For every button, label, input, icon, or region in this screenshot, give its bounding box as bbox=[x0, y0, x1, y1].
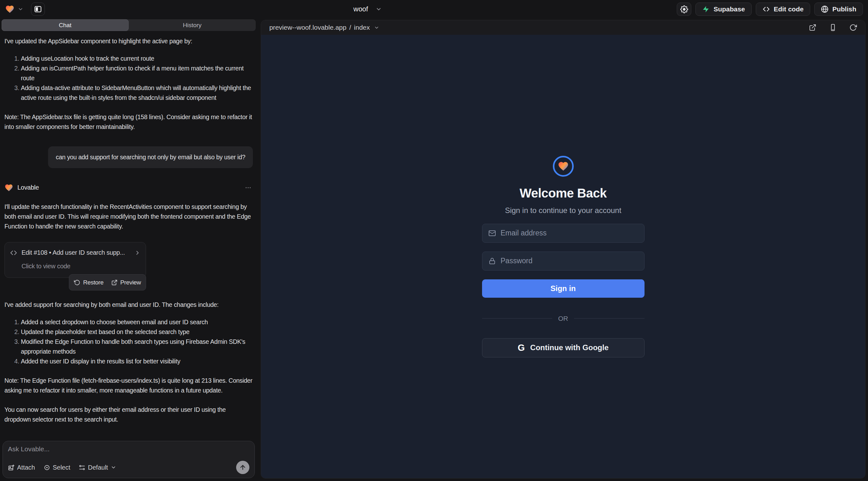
attach-button[interactable]: Attach bbox=[8, 464, 35, 471]
message-more-menu-icon[interactable] bbox=[243, 183, 253, 192]
preview-label: Preview bbox=[120, 278, 141, 287]
sign-in-button[interactable]: Sign in bbox=[482, 279, 645, 298]
supabase-label: Supabase bbox=[713, 5, 745, 13]
lock-icon bbox=[488, 257, 496, 265]
assistant-list: Added a select dropdown to choose betwee… bbox=[4, 317, 253, 366]
password-field-wrapper bbox=[482, 252, 645, 270]
select-element-button[interactable]: Select bbox=[43, 464, 70, 471]
login-title: Welcome Back bbox=[520, 186, 607, 200]
chat-history-tabs: Chat History bbox=[2, 19, 256, 31]
chevron-down-icon bbox=[375, 6, 382, 12]
list-item: Updated the placeholder text based on th… bbox=[21, 327, 253, 337]
chevron-right-icon bbox=[134, 250, 141, 256]
project-switcher[interactable]: woof bbox=[353, 5, 382, 13]
restore-icon bbox=[74, 279, 80, 286]
preview-panel: preview--woof.lovable.app / index bbox=[261, 20, 865, 478]
attach-image-icon bbox=[8, 464, 14, 471]
supabase-button[interactable]: Supabase bbox=[695, 3, 751, 16]
publish-label: Publish bbox=[832, 5, 856, 13]
supabase-bolt-icon bbox=[702, 5, 710, 13]
chevron-down-icon bbox=[111, 464, 116, 470]
chevron-down-icon bbox=[374, 25, 379, 30]
google-g-icon: G bbox=[518, 343, 525, 352]
crosshair-icon bbox=[43, 464, 50, 471]
settings-button[interactable] bbox=[677, 3, 691, 16]
user-message-bubble: can you add support for searching not on… bbox=[48, 146, 253, 168]
workspace-menu[interactable] bbox=[5, 4, 23, 14]
assistant-list: Adding useLocation hook to track the cur… bbox=[4, 54, 253, 103]
restore-button[interactable]: Restore bbox=[74, 278, 103, 287]
login-card: Welcome Back Sign in to continue to your… bbox=[482, 156, 645, 357]
list-item: Adding data-active attribute to SidebarM… bbox=[21, 83, 253, 103]
envelope-icon bbox=[488, 229, 496, 237]
assistant-note-text: Note: The AppSidebar.tsx file is getting… bbox=[4, 112, 253, 132]
external-link-icon bbox=[809, 24, 816, 31]
continue-with-google-button[interactable]: G Continue with Google bbox=[482, 338, 645, 357]
edit-card-title: Edit #108 • Add user ID search supp... bbox=[22, 248, 125, 258]
assistant-message-text: I've added support for searching by both… bbox=[4, 300, 253, 310]
preview-url: preview--woof.lovable.app bbox=[269, 24, 346, 31]
sliders-icon bbox=[79, 464, 85, 471]
external-link-icon bbox=[111, 279, 118, 286]
assistant-message-text: I'll update the search functionality in … bbox=[4, 202, 253, 231]
edit-code-label: Edit code bbox=[774, 5, 804, 13]
list-item: Added the user ID display in the results… bbox=[21, 356, 253, 366]
edit-actions-bar: Restore Preview bbox=[69, 274, 146, 290]
lovable-heart-icon bbox=[4, 183, 13, 192]
edit-code-card[interactable]: Edit #108 • Add user ID search supp... C… bbox=[4, 242, 146, 278]
code-brackets-icon bbox=[763, 5, 770, 13]
list-item: Modified the Edge Function to handle bot… bbox=[21, 337, 253, 356]
email-field[interactable] bbox=[501, 229, 638, 237]
divider-line bbox=[482, 318, 552, 319]
panel-toggle-icon bbox=[34, 5, 42, 13]
preview-url-selector[interactable]: preview--woof.lovable.app / index bbox=[269, 24, 379, 31]
heart-icon bbox=[558, 161, 569, 172]
google-button-label: Continue with Google bbox=[530, 343, 609, 352]
mobile-view-button[interactable] bbox=[829, 24, 837, 31]
refresh-icon bbox=[849, 24, 857, 31]
tab-history[interactable]: History bbox=[129, 19, 256, 31]
divider-line bbox=[574, 318, 644, 319]
send-button[interactable] bbox=[236, 461, 249, 474]
preview-page: index bbox=[354, 24, 370, 31]
top-bar-actions: Supabase Edit code Publish bbox=[677, 3, 863, 16]
assistant-name: Lovable bbox=[18, 183, 39, 192]
preview-header: preview--woof.lovable.app / index bbox=[261, 20, 865, 35]
select-label: Select bbox=[53, 464, 70, 471]
assistant-message-text: You can now search for users by either t… bbox=[4, 405, 253, 424]
gear-icon bbox=[680, 5, 688, 13]
app-logo bbox=[553, 156, 574, 177]
email-field-wrapper bbox=[482, 224, 645, 243]
attach-label: Attach bbox=[17, 464, 35, 471]
mode-selector[interactable]: Default bbox=[79, 464, 116, 471]
preview-button[interactable]: Preview bbox=[111, 278, 141, 287]
phone-icon bbox=[829, 24, 837, 31]
preview-toolbar bbox=[809, 24, 857, 31]
tab-chat[interactable]: Chat bbox=[2, 19, 129, 31]
path-separator: / bbox=[349, 24, 351, 31]
or-label: OR bbox=[558, 315, 568, 322]
main-layout: Chat History I've updated the AppSidebar… bbox=[0, 18, 868, 481]
chevron-down-icon bbox=[18, 6, 23, 12]
refresh-button[interactable] bbox=[849, 24, 857, 31]
chat-input[interactable] bbox=[8, 445, 249, 461]
mode-label: Default bbox=[88, 464, 108, 471]
globe-icon bbox=[821, 5, 829, 13]
list-item: Adding an isCurrentPath helper function … bbox=[21, 64, 253, 83]
edit-card-subtitle: Click to view code bbox=[22, 261, 141, 271]
arrow-up-icon bbox=[239, 464, 246, 471]
edit-code-button[interactable]: Edit code bbox=[756, 3, 810, 16]
code-brackets-icon bbox=[10, 249, 18, 257]
chat-message-list[interactable]: I've updated the AppSidebar component to… bbox=[0, 31, 257, 438]
toggle-sidebar-button[interactable] bbox=[31, 3, 45, 16]
publish-button[interactable]: Publish bbox=[814, 3, 863, 16]
list-item: Adding useLocation hook to track the cur… bbox=[21, 54, 253, 64]
or-divider: OR bbox=[482, 315, 645, 322]
open-in-new-tab-button[interactable] bbox=[809, 24, 816, 31]
login-subtitle: Sign in to continue to your account bbox=[505, 206, 621, 215]
top-bar: woof Supabase Edit code bbox=[0, 0, 868, 18]
list-item: Added a select dropdown to choose betwee… bbox=[21, 317, 253, 327]
password-field[interactable] bbox=[501, 257, 638, 265]
chat-panel: Chat History I've updated the AppSidebar… bbox=[0, 18, 257, 481]
edit-block: Edit #108 • Add user ID search supp... C… bbox=[4, 242, 146, 290]
